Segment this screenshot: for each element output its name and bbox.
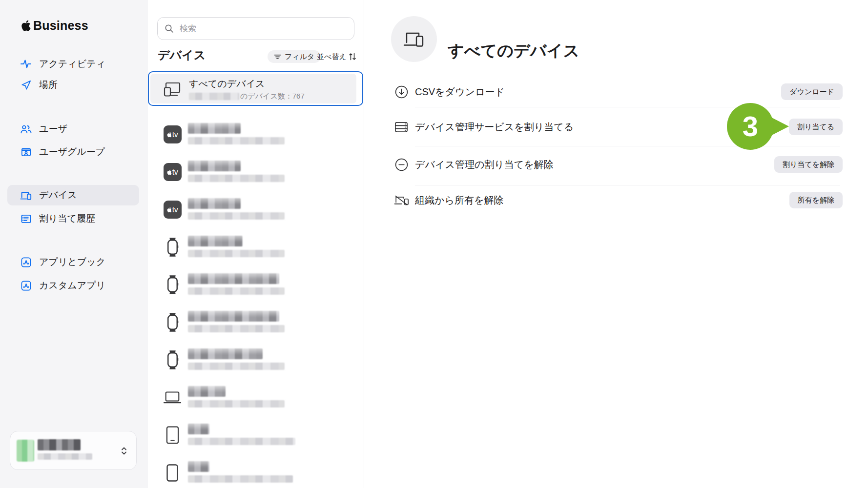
assignment-history-icon <box>20 212 32 225</box>
minus-circle-icon <box>393 157 409 172</box>
filter-lines-icon <box>274 54 281 60</box>
redacted-text <box>188 424 209 434</box>
sidebar-item-custom-apps[interactable]: カスタムアプリ <box>7 275 139 296</box>
sort-button[interactable]: 並べ替え <box>317 50 356 63</box>
redacted-text <box>189 93 239 100</box>
redacted-text <box>188 137 285 144</box>
device-list-item[interactable]: tv <box>148 116 364 153</box>
user-group-icon <box>20 145 32 158</box>
app-logo: Business <box>21 19 88 33</box>
release-devices-icon <box>393 192 409 208</box>
sidebar-item-activity[interactable]: アクティビティ <box>7 54 139 74</box>
device-list-item-all-devices[interactable]: すべてのデバイス のデバイス数：767 <box>148 71 363 106</box>
appletv-icon: tv <box>164 125 182 143</box>
search-box <box>157 17 354 40</box>
divider <box>415 146 840 146</box>
location-icon <box>20 79 32 91</box>
action-row-unassign-mdm: デバイス管理の割り当てを解除 割り当てを解除 <box>393 153 843 176</box>
action-label: デバイス管理の割り当てを解除 <box>415 158 554 171</box>
redacted-account-name <box>38 439 81 450</box>
divider <box>415 107 840 107</box>
redacted-text <box>188 386 226 397</box>
redacted-text <box>188 363 285 370</box>
device-list-item[interactable] <box>148 416 364 454</box>
sidebar-item-devices[interactable]: デバイス <box>7 185 139 205</box>
detail-panel: すべてのデバイス CSVをダウンロード ダウンロード デバイス管理サービスを割り… <box>364 0 868 488</box>
ipad-icon <box>163 426 182 445</box>
device-list-item[interactable] <box>148 454 364 488</box>
search-icon <box>165 24 174 33</box>
sidebar-item-label: アプリとブック <box>39 256 105 268</box>
apple-logo-icon <box>21 20 31 32</box>
device-list-item[interactable] <box>148 266 364 304</box>
redacted-text <box>188 461 209 472</box>
sidebar-item-label: ユーザ <box>39 122 67 135</box>
page-title: すべてのデバイス <box>448 40 579 62</box>
step-number: 3 <box>743 112 758 141</box>
divider <box>415 185 840 185</box>
device-list-item[interactable] <box>148 379 364 416</box>
apple-watch-icon <box>163 313 182 332</box>
activity-icon <box>20 58 32 70</box>
redacted-text <box>188 287 285 295</box>
action-label: 組織から所有を解除 <box>415 194 503 207</box>
redacted-text <box>188 175 285 182</box>
redacted-text <box>188 250 285 257</box>
action-label: デバイス管理サービスを割り当てる <box>415 121 574 134</box>
apple-watch-icon <box>163 238 182 257</box>
sidebar-item-locations[interactable]: 場所 <box>7 75 139 95</box>
filter-button[interactable]: フィルタ <box>268 50 321 63</box>
redacted-text <box>188 475 293 483</box>
device-list-item[interactable]: tv <box>148 191 364 228</box>
unassign-button[interactable]: 割り当てを解除 <box>774 156 843 173</box>
sidebar-item-label: カスタムアプリ <box>39 279 105 292</box>
assign-button[interactable]: 割り当てる <box>789 119 843 135</box>
apple-watch-icon <box>163 350 182 370</box>
sidebar-item-label: ユーザグループ <box>39 145 105 158</box>
redacted-text <box>188 198 241 209</box>
device-list-item[interactable] <box>148 341 364 379</box>
sidebar: Business アクティビティ 場所 ユーザ ユーザグループ <box>0 0 148 488</box>
redacted-text <box>188 311 279 322</box>
action-row-download-csv: CSVをダウンロード ダウンロード <box>393 81 843 103</box>
apps-books-icon <box>20 256 32 268</box>
sidebar-item-label: 割り当て履歴 <box>39 212 95 225</box>
all-devices-title: すべてのデバイス <box>189 78 265 90</box>
download-button[interactable]: ダウンロード <box>781 83 843 100</box>
apple-business-manager-window: Business アクティビティ 場所 ユーザ ユーザグループ <box>0 0 868 488</box>
custom-apps-icon <box>20 279 32 292</box>
redacted-text <box>188 212 285 220</box>
device-list-item[interactable]: tv <box>148 153 364 191</box>
redacted-text <box>188 161 241 171</box>
redacted-text <box>188 273 279 284</box>
account-menu-button[interactable] <box>10 431 137 470</box>
device-list-item[interactable] <box>148 304 364 341</box>
sidebar-item-apps-books[interactable]: アプリとブック <box>7 252 139 272</box>
appletv-icon: tv <box>164 163 182 181</box>
all-devices-avatar <box>391 16 437 62</box>
laptop-phone-icon <box>402 28 426 50</box>
sidebar-item-users[interactable]: ユーザ <box>7 119 139 139</box>
search-input[interactable] <box>179 23 347 34</box>
step-3-badge: 3 <box>727 103 774 150</box>
device-list-panel: デバイス フィルタ 並べ替え すべてのデバイス のデバイス数：767 <box>148 0 364 488</box>
sidebar-item-user-groups[interactable]: ユーザグループ <box>7 142 139 162</box>
release-button[interactable]: 所有を解除 <box>789 192 843 208</box>
device-list-item[interactable] <box>148 228 364 266</box>
download-circle-icon <box>393 84 409 100</box>
filter-button-label: フィルタ <box>285 52 314 61</box>
redacted-text <box>188 348 263 359</box>
macbook-icon <box>163 388 182 407</box>
redacted-text <box>188 236 243 246</box>
redacted-text <box>188 400 285 407</box>
account-avatar <box>17 440 34 462</box>
sidebar-item-assignment-history[interactable]: 割り当て履歴 <box>7 208 139 229</box>
app-brand-name: Business <box>33 19 88 33</box>
action-label: CSVをダウンロード <box>415 85 505 99</box>
iphone-icon <box>163 463 182 483</box>
redacted-text <box>188 325 285 332</box>
redacted-text <box>188 438 295 445</box>
chevron-up-down-icon <box>120 446 127 456</box>
device-count-text: のデバイス数：767 <box>240 92 305 101</box>
all-devices-icon <box>163 80 182 100</box>
